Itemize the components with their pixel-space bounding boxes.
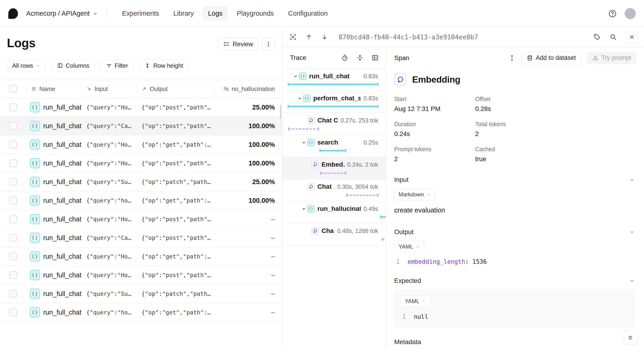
table-row[interactable]: ()run_full_chat{"query":"ho…{"op":"get",…	[0, 191, 282, 210]
trace-span-row[interactable]: ()perform_chat_st…0.83s	[282, 91, 386, 113]
tag-icon[interactable]	[594, 33, 601, 41]
expand-height-icon[interactable]	[508, 55, 516, 62]
table-row[interactable]: ()run_full_chat{"query":"Ca…{"op":"post"…	[0, 229, 282, 247]
expected-format-dropdown[interactable]: YAML	[400, 295, 430, 307]
row-checkbox[interactable]	[9, 252, 17, 260]
tab-logs[interactable]: Logs	[203, 7, 228, 21]
row-checkbox[interactable]	[9, 122, 17, 130]
row-checkbox[interactable]	[9, 103, 17, 111]
help-icon[interactable]	[608, 9, 617, 18]
input-format-dropdown[interactable]: Markdown	[394, 188, 435, 200]
chevron-down-icon[interactable]	[292, 73, 299, 80]
expand-fullscreen-icon[interactable]	[289, 33, 297, 41]
chevron-down-icon[interactable]	[300, 205, 307, 212]
table-row[interactable]: ()run_full_chat{"query":"Ho…{"op":"get",…	[0, 247, 282, 266]
more-options-button[interactable]	[262, 38, 275, 51]
previous-arrow-icon[interactable]	[306, 34, 312, 41]
tab-playgrounds[interactable]: Playgrounds	[232, 7, 279, 21]
line-number: 1	[400, 313, 406, 320]
row-checkbox[interactable]	[9, 159, 17, 167]
add-to-dataset-button[interactable]: Add to dataset	[522, 52, 581, 65]
row-checkbox[interactable]	[9, 290, 17, 298]
table-row[interactable]: ()run_full_chat{"query":"Ho…{"op":"post"…	[0, 154, 282, 173]
rows-filter-dropdown[interactable]: All rows	[7, 59, 46, 72]
user-avatar[interactable]	[625, 8, 636, 19]
chevron-down-icon[interactable]	[629, 177, 635, 183]
collapse-panel-icon[interactable]	[372, 54, 379, 62]
expected-value: null	[414, 313, 428, 320]
trace-span-row[interactable]: Chat …0.30s, 3054 tok	[282, 179, 386, 201]
row-checkbox[interactable]	[9, 215, 17, 223]
row-name-cell: ()run_full_chat	[26, 121, 81, 131]
chevron-down-icon[interactable]	[629, 229, 635, 235]
try-prompt-button[interactable]: Try prompt	[587, 52, 636, 65]
outline-menu-button[interactable]	[624, 331, 637, 344]
app-logo[interactable]	[8, 8, 18, 19]
row-checkbox-cell	[0, 308, 26, 316]
tab-library[interactable]: Library	[168, 7, 199, 21]
table-row[interactable]: ()run_full_chat{"query":"Su…{"op":"patch…	[0, 173, 282, 191]
next-arrow-icon[interactable]	[321, 34, 328, 41]
stopwatch-icon[interactable]	[341, 54, 348, 62]
chevron-down-icon[interactable]	[629, 278, 635, 283]
row-height-button[interactable]: Row height	[139, 59, 188, 72]
tab-experiments[interactable]: Experiments	[117, 7, 164, 21]
warning-triangle-icon	[592, 55, 598, 61]
chevron-down-icon[interactable]	[296, 95, 303, 102]
detail-duration: Duration0.24s	[394, 121, 475, 138]
filter-button[interactable]: Filter	[101, 59, 134, 72]
table-scrollbar[interactable]	[280, 105, 281, 119]
trace-span-row[interactable]: Chat C…0.27s, 253 tok	[282, 113, 386, 135]
collapse-vertical-icon[interactable]	[356, 54, 364, 62]
row-name-cell: ()run_full_chat	[26, 140, 81, 150]
span-duration: 0.27s, 253 tok	[341, 117, 378, 124]
row-checkbox[interactable]	[9, 197, 17, 204]
span-name: Chat C…	[318, 117, 338, 124]
columns-button[interactable]: Columns	[52, 59, 95, 72]
row-name: run_full_chat	[43, 234, 82, 242]
timeline-bar	[382, 239, 386, 240]
close-icon[interactable]	[626, 31, 638, 43]
input-heading: Input	[394, 176, 408, 183]
row-checkbox[interactable]	[9, 271, 17, 279]
table-row[interactable]: ()run_full_chat{"query":"Ho…{"op":"post"…	[0, 266, 282, 284]
header-no-hallucination[interactable]: % no_hallucination	[214, 84, 282, 94]
span-name: Chat …	[318, 183, 334, 190]
table-row[interactable]: ()run_full_chat{"query":"Ho…{"op":"post"…	[0, 210, 282, 229]
row-output-cell: {"op":"post","path"…	[136, 160, 214, 167]
row-score-cell: 100.00%	[214, 160, 282, 167]
trace-span-row[interactable]: ()run_hallucinati…0.49s	[282, 201, 386, 223]
table-body: ()run_full_chat{"query":"Ho…{"op":"post"…	[0, 98, 282, 322]
header-input[interactable]: Input	[81, 84, 136, 94]
search-icon[interactable]	[610, 33, 617, 41]
trace-span-row[interactable]: ()search0.25s	[282, 135, 386, 157]
output-format-dropdown[interactable]: YAML	[394, 241, 424, 253]
workspace-switcher[interactable]: Acmecorp / APIAgent	[26, 10, 98, 17]
header-name[interactable]: Name	[26, 84, 81, 94]
row-checkbox[interactable]	[9, 141, 17, 148]
chevron-down-icon	[36, 63, 40, 68]
chevron-down-icon[interactable]	[300, 139, 307, 146]
row-name-cell: ()run_full_chat	[26, 307, 81, 317]
row-checkbox-cell	[0, 103, 26, 111]
row-checkbox[interactable]	[9, 178, 17, 186]
table-row[interactable]: ()run_full_chat{"query":"Ho…{"op":"post"…	[0, 98, 282, 117]
row-checkbox[interactable]	[9, 234, 17, 242]
header-output[interactable]: Output	[136, 84, 214, 94]
trace-span-row[interactable]: ()run_full_chat0.83s	[282, 69, 386, 91]
row-checkbox[interactable]	[9, 308, 17, 316]
span-name: perform_chat_st…	[313, 95, 361, 102]
trace-span-row[interactable]: Embed…0.24s, 2 tok	[282, 157, 386, 179]
trace-id-bar: 870bcd48-fb40-44c1-b413-a3e9104ee8b7	[282, 27, 644, 47]
trace-span-row[interactable]: Cha…0.48s, 1266 tok	[282, 223, 386, 245]
table-row[interactable]: ()run_full_chat{"query":"Ho…{"op":"get",…	[0, 135, 282, 154]
table-row[interactable]: ()run_full_chat{"query":"Su…{"op":"patch…	[0, 284, 282, 303]
code-value: : 1536	[465, 258, 487, 265]
row-score-cell: –	[214, 271, 282, 279]
review-button[interactable]: Review	[218, 38, 258, 51]
select-all-checkbox[interactable]	[9, 85, 17, 93]
table-row[interactable]: ()run_full_chat{"query":"ho…{"op":"get",…	[0, 303, 282, 322]
row-name: run_full_chat	[43, 215, 82, 223]
table-row[interactable]: ()run_full_chat{"query":"Ca…{"op":"post"…	[0, 117, 282, 135]
tab-configuration[interactable]: Configuration	[283, 7, 333, 21]
